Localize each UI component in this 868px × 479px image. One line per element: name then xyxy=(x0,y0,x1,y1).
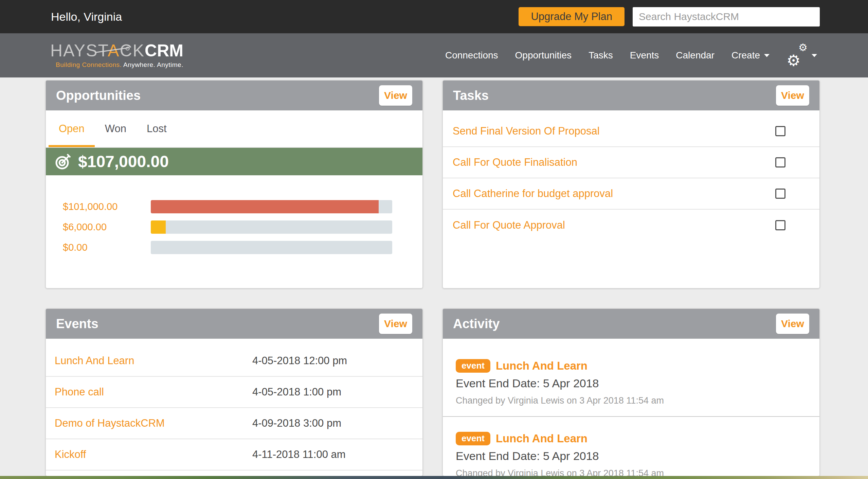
activity-meta: Changed by Virginia Lewis on 3 Apr 2018 … xyxy=(456,468,807,476)
task-row: Call Catherine for budget approval xyxy=(443,178,819,210)
topbar-right: Upgrade My Plan xyxy=(519,7,820,26)
bar-label: $6,000.00 xyxy=(63,221,151,233)
opportunities-card: Opportunities View Open Won Lost $107,00… xyxy=(46,80,423,288)
task-row: Call For Quote Approval xyxy=(443,210,819,241)
view-opportunities-button[interactable]: View xyxy=(379,85,412,106)
topbar: Hello, Virginia Upgrade My Plan xyxy=(0,0,868,33)
bar-fill xyxy=(151,200,379,213)
tasks-title: Tasks xyxy=(453,88,489,103)
nav-item-tasks[interactable]: Tasks xyxy=(589,50,613,61)
activity-meta: Changed by Virginia Lewis on 3 Apr 2018 … xyxy=(456,395,807,406)
nav-item-events[interactable]: Events xyxy=(630,50,659,61)
task-row: Send Final Version Of Proposal xyxy=(443,116,819,147)
bar-row: $0.00 xyxy=(63,241,392,254)
event-row: Kickoff 4-11-2018 11:00 am xyxy=(46,439,422,471)
events-title: Events xyxy=(56,317,98,331)
task-checkbox[interactable] xyxy=(775,126,785,136)
opportunities-card-header: Opportunities View xyxy=(46,81,422,110)
open-total-banner: $107,000.00 xyxy=(46,148,422,175)
nav-item-connections[interactable]: Connections xyxy=(445,50,498,61)
greeting: Hello, Virginia xyxy=(51,10,122,23)
event-datetime: 4-05-2018 1:00 pm xyxy=(252,386,341,398)
task-link[interactable]: Call For Quote Finalisation xyxy=(453,156,577,168)
search-input[interactable] xyxy=(633,7,820,26)
view-tasks-button[interactable]: View xyxy=(776,85,809,106)
task-link[interactable]: Call For Quote Approval xyxy=(453,219,565,231)
settings-menu[interactable]: ⚙ ⚙ xyxy=(786,45,817,66)
activity-detail: Event End Date: 5 Apr 2018 xyxy=(456,449,807,463)
task-list: Send Final Version Of Proposal Call For … xyxy=(443,110,819,241)
tasks-card: Tasks View Send Final Version Of Proposa… xyxy=(442,80,820,288)
task-link[interactable]: Send Final Version Of Proposal xyxy=(453,125,600,137)
logo-word-start: HAYST xyxy=(50,41,108,60)
view-events-button[interactable]: View xyxy=(379,314,412,334)
task-checkbox[interactable] xyxy=(775,157,785,167)
bar-track xyxy=(151,200,392,213)
event-link[interactable]: Lunch And Learn xyxy=(55,355,252,367)
chevron-down-icon xyxy=(812,54,817,57)
event-link[interactable]: Demo of HaystackCRM xyxy=(55,417,252,429)
activity-title: Activity xyxy=(453,317,500,331)
tasks-card-header: Tasks View xyxy=(443,81,819,110)
activity-event-link[interactable]: Lunch And Learn xyxy=(496,432,587,445)
tab-won[interactable]: Won xyxy=(95,110,137,147)
events-card: Events View Lunch And Learn 4-05-2018 12… xyxy=(46,308,423,476)
bar-track xyxy=(151,241,392,254)
opportunities-bars: $101,000.00 $6,000.00 $0.00 xyxy=(46,200,422,254)
bar-track xyxy=(151,220,392,234)
haystackcrm-logo[interactable]: HAYSTACKCRM Building Connections. Anywhe… xyxy=(50,42,183,69)
events-card-header: Events View xyxy=(46,309,422,339)
logo-tagline: Building Connections. Anywhere. Anytime. xyxy=(50,61,183,69)
event-row: Lunch And Learn 4-05-2018 12:00 pm xyxy=(46,345,422,377)
target-arrow-icon xyxy=(55,154,71,170)
event-type-badge: event xyxy=(456,359,490,373)
bar-label: $101,000.00 xyxy=(63,201,151,212)
event-link[interactable]: Kickoff xyxy=(55,448,252,461)
nav-item-calendar[interactable]: Calendar xyxy=(676,50,715,61)
event-datetime: 4-11-2018 11:00 am xyxy=(252,448,346,461)
activity-event-link[interactable]: Lunch And Learn xyxy=(496,359,587,372)
navbar: HAYSTACKCRM Building Connections. Anywhe… xyxy=(0,33,868,77)
activity-detail: Event End Date: 5 Apr 2018 xyxy=(456,377,807,390)
upgrade-plan-button[interactable]: Upgrade My Plan xyxy=(519,7,625,26)
task-checkbox[interactable] xyxy=(775,220,785,230)
bar-row: $6,000.00 xyxy=(63,220,392,234)
opportunities-tabs: Open Won Lost xyxy=(46,110,422,148)
nav-menu: Connections Opportunities Tasks Events C… xyxy=(445,45,817,66)
event-list: Lunch And Learn 4-05-2018 12:00 pm Phone… xyxy=(46,339,422,471)
opportunities-title: Opportunities xyxy=(56,88,141,103)
event-datetime: 4-05-2018 12:00 pm xyxy=(252,355,347,367)
settings-gears-icon: ⚙ ⚙ xyxy=(786,45,808,66)
activity-entry: event Lunch And Learn Event End Date: 5 … xyxy=(443,339,819,417)
event-row: Phone call 4-05-2018 1:00 pm xyxy=(46,377,422,408)
nav-item-opportunities[interactable]: Opportunities xyxy=(515,50,572,61)
event-link[interactable]: Phone call xyxy=(55,386,252,398)
logo-word-mid: CK xyxy=(120,41,145,60)
nav-item-create[interactable]: Create xyxy=(731,50,770,61)
activity-card-header: Activity View xyxy=(443,309,819,339)
open-total-amount: $107,000.00 xyxy=(78,152,169,171)
tab-lost[interactable]: Lost xyxy=(137,110,177,147)
event-datetime: 4-09-2018 3:00 pm xyxy=(252,417,341,429)
bar-fill xyxy=(151,220,166,234)
dashboard: Opportunities View Open Won Lost $107,00… xyxy=(0,77,868,476)
view-activity-button[interactable]: View xyxy=(776,314,809,334)
task-row: Call For Quote Finalisation xyxy=(443,147,819,178)
event-row: Demo of HaystackCRM 4-09-2018 3:00 pm xyxy=(46,408,422,439)
task-checkbox[interactable] xyxy=(775,189,785,199)
background-photo-strip xyxy=(0,476,868,479)
activity-entry: event Lunch And Learn Event End Date: 5 … xyxy=(443,417,819,476)
logo-word-bold: CRM xyxy=(145,41,183,60)
bar-row: $101,000.00 xyxy=(63,200,392,213)
chevron-down-icon xyxy=(764,54,770,57)
event-type-badge: event xyxy=(456,432,490,445)
bar-label: $0.00 xyxy=(63,242,151,253)
task-link[interactable]: Call Catherine for budget approval xyxy=(453,188,613,200)
tab-open[interactable]: Open xyxy=(49,110,95,147)
activity-card: Activity View event Lunch And Learn Even… xyxy=(442,308,820,476)
